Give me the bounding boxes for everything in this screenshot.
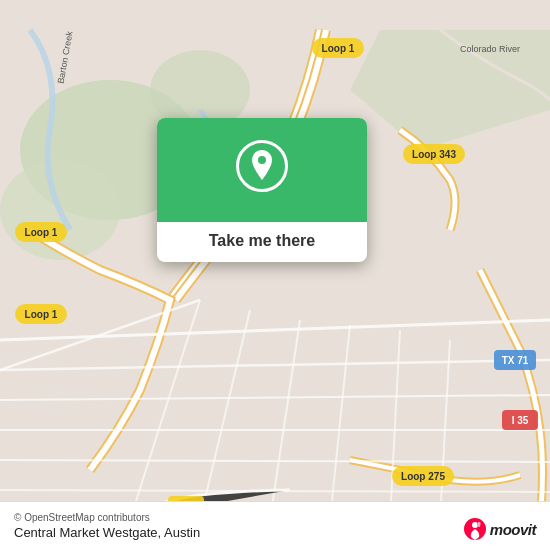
- popup-card: Take me there: [157, 118, 367, 262]
- svg-text:Loop 343: Loop 343: [412, 149, 456, 160]
- svg-point-39: [472, 522, 478, 528]
- location-label: Central Market Westgate, Austin: [14, 525, 536, 540]
- take-me-there-button[interactable]: Take me there: [209, 232, 315, 250]
- moovit-logo: moovit: [464, 518, 536, 540]
- location-pin-icon: [248, 150, 276, 182]
- svg-text:Loop 1: Loop 1: [322, 43, 355, 54]
- popup-button-section[interactable]: Take me there: [157, 222, 367, 262]
- moovit-brand-icon: [464, 518, 486, 540]
- map-container: Loop 1 Loop 343 Loop 1 Loop 1 TX 71 I 35…: [0, 0, 550, 550]
- moovit-brand-text: moovit: [490, 521, 536, 538]
- bottom-bar: © OpenStreetMap contributors Central Mar…: [0, 501, 550, 550]
- svg-text:I 35: I 35: [512, 415, 529, 426]
- svg-text:Colorado River: Colorado River: [460, 44, 520, 54]
- svg-text:Loop 1: Loop 1: [25, 309, 58, 320]
- svg-text:TX 71: TX 71: [502, 355, 529, 366]
- popup-green-section: [157, 118, 367, 222]
- location-icon-wrapper: [236, 140, 288, 192]
- map-background: Loop 1 Loop 343 Loop 1 Loop 1 TX 71 I 35…: [0, 0, 550, 550]
- copyright-text: © OpenStreetMap contributors: [14, 512, 536, 523]
- popup-arrow: [252, 261, 272, 262]
- svg-text:Loop 275: Loop 275: [401, 471, 445, 482]
- svg-point-37: [258, 156, 266, 164]
- svg-text:Loop 1: Loop 1: [25, 227, 58, 238]
